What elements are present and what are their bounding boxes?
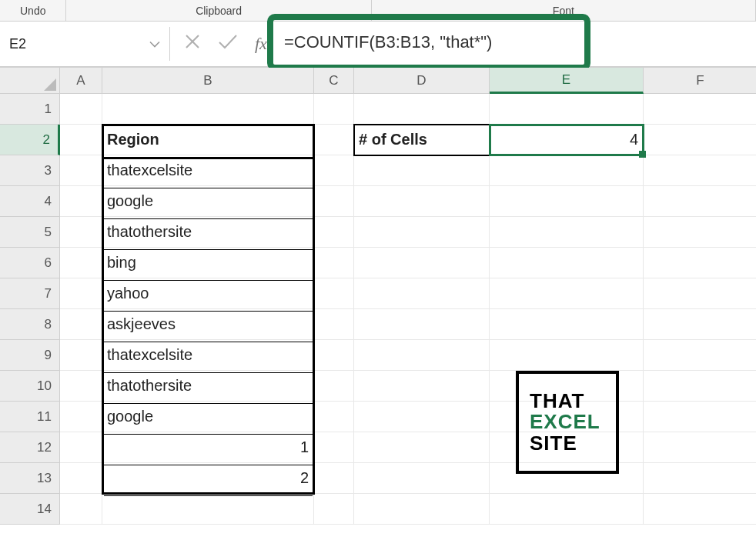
cell-B3[interactable]: thatexcelsite bbox=[102, 155, 314, 186]
row-header-5[interactable]: 5 bbox=[0, 217, 60, 248]
row-header-4[interactable]: 4 bbox=[0, 186, 60, 217]
cell-D14[interactable] bbox=[354, 494, 490, 525]
cell-F3[interactable] bbox=[644, 155, 756, 186]
column-header-E[interactable]: E bbox=[490, 68, 644, 94]
cell-D2[interactable]: # of Cells bbox=[354, 125, 490, 155]
row-header-10[interactable]: 10 bbox=[0, 371, 60, 402]
cell-D4[interactable] bbox=[354, 186, 490, 217]
cell-C13[interactable] bbox=[314, 463, 354, 494]
cell-A4[interactable] bbox=[60, 186, 102, 217]
column-header-C[interactable]: C bbox=[314, 68, 354, 94]
cell-C6[interactable] bbox=[314, 248, 354, 278]
cell-B9[interactable]: thatexcelsite bbox=[102, 340, 314, 371]
cell-E2[interactable]: 4 bbox=[490, 125, 644, 155]
cell-E7[interactable] bbox=[490, 278, 644, 309]
cell-F8[interactable] bbox=[644, 309, 756, 340]
cell-A2[interactable] bbox=[60, 125, 102, 155]
cell-F6[interactable] bbox=[644, 248, 756, 278]
cell-C12[interactable] bbox=[314, 432, 354, 463]
cell-C11[interactable] bbox=[314, 402, 354, 432]
cell-F5[interactable] bbox=[644, 217, 756, 248]
cell-E5[interactable] bbox=[490, 217, 644, 248]
cell-D11[interactable] bbox=[354, 402, 490, 432]
cell-D9[interactable] bbox=[354, 340, 490, 371]
cell-A1[interactable] bbox=[60, 94, 102, 125]
cell-C2[interactable] bbox=[314, 125, 354, 155]
cell-D3[interactable] bbox=[354, 155, 490, 186]
name-box-dropdown-icon[interactable] bbox=[149, 36, 160, 52]
cell-D7[interactable] bbox=[354, 278, 490, 309]
cell-E6[interactable] bbox=[490, 248, 644, 278]
cell-A5[interactable] bbox=[60, 217, 102, 248]
select-all-corner[interactable] bbox=[0, 68, 60, 94]
cell-E14[interactable] bbox=[490, 494, 644, 525]
column-header-F[interactable]: F bbox=[644, 68, 756, 94]
cell-D8[interactable] bbox=[354, 309, 490, 340]
row-header-13[interactable]: 13 bbox=[0, 463, 60, 494]
cell-F7[interactable] bbox=[644, 278, 756, 309]
cell-A13[interactable] bbox=[60, 463, 102, 494]
cell-A9[interactable] bbox=[60, 340, 102, 371]
cell-C8[interactable] bbox=[314, 309, 354, 340]
cell-A6[interactable] bbox=[60, 248, 102, 278]
enter-icon[interactable] bbox=[218, 33, 238, 55]
cell-A12[interactable] bbox=[60, 432, 102, 463]
row-header-14[interactable]: 14 bbox=[0, 494, 60, 525]
cell-B13[interactable]: 2 bbox=[102, 463, 314, 494]
cell-F9[interactable] bbox=[644, 340, 756, 371]
column-header-D[interactable]: D bbox=[354, 68, 490, 94]
cell-B14[interactable] bbox=[102, 494, 314, 525]
tab-undo[interactable]: Undo bbox=[0, 0, 66, 21]
cell-A8[interactable] bbox=[60, 309, 102, 340]
row-header-9[interactable]: 9 bbox=[0, 340, 60, 371]
cell-B11[interactable]: google bbox=[102, 402, 314, 432]
cell-A3[interactable] bbox=[60, 155, 102, 186]
row-header-1[interactable]: 1 bbox=[0, 94, 60, 125]
cell-D10[interactable] bbox=[354, 371, 490, 402]
cell-A14[interactable] bbox=[60, 494, 102, 525]
column-header-A[interactable]: A bbox=[60, 68, 102, 94]
cell-B6[interactable]: bing bbox=[102, 248, 314, 278]
cell-A10[interactable] bbox=[60, 371, 102, 402]
cell-A11[interactable] bbox=[60, 402, 102, 432]
cell-C1[interactable] bbox=[314, 94, 354, 125]
cell-C9[interactable] bbox=[314, 340, 354, 371]
row-header-12[interactable]: 12 bbox=[0, 432, 60, 463]
cell-C7[interactable] bbox=[314, 278, 354, 309]
cell-B1[interactable] bbox=[102, 94, 314, 125]
row-header-7[interactable]: 7 bbox=[0, 278, 60, 309]
name-box[interactable]: E2 bbox=[3, 31, 165, 57]
cell-D5[interactable] bbox=[354, 217, 490, 248]
cell-E4[interactable] bbox=[490, 186, 644, 217]
cell-E9[interactable] bbox=[490, 340, 644, 371]
cell-E3[interactable] bbox=[490, 155, 644, 186]
cell-F10[interactable] bbox=[644, 371, 756, 402]
cell-F1[interactable] bbox=[644, 94, 756, 125]
cell-E8[interactable] bbox=[490, 309, 644, 340]
cell-D13[interactable] bbox=[354, 463, 490, 494]
row-header-11[interactable]: 11 bbox=[0, 402, 60, 432]
row-header-3[interactable]: 3 bbox=[0, 155, 60, 186]
fx-icon[interactable]: fx bbox=[255, 34, 267, 54]
cell-F14[interactable] bbox=[644, 494, 756, 525]
cell-F4[interactable] bbox=[644, 186, 756, 217]
cancel-icon[interactable] bbox=[184, 33, 201, 55]
cell-A7[interactable] bbox=[60, 278, 102, 309]
cell-B4[interactable]: google bbox=[102, 186, 314, 217]
cell-C14[interactable] bbox=[314, 494, 354, 525]
cell-F2[interactable] bbox=[644, 125, 756, 155]
cell-D6[interactable] bbox=[354, 248, 490, 278]
cell-F13[interactable] bbox=[644, 463, 756, 494]
column-header-B[interactable]: B bbox=[102, 68, 314, 94]
formula-input[interactable]: =COUNTIF(B3:B13, "that*") bbox=[267, 14, 590, 71]
cell-F11[interactable] bbox=[644, 402, 756, 432]
cell-C3[interactable] bbox=[314, 155, 354, 186]
cell-C10[interactable] bbox=[314, 371, 354, 402]
cell-B5[interactable]: thatothersite bbox=[102, 217, 314, 248]
cell-B2[interactable]: Region bbox=[102, 125, 314, 155]
cell-C4[interactable] bbox=[314, 186, 354, 217]
row-header-2[interactable]: 2 bbox=[0, 125, 60, 155]
cell-D12[interactable] bbox=[354, 432, 490, 463]
cell-B8[interactable]: askjeeves bbox=[102, 309, 314, 340]
cell-E1[interactable] bbox=[490, 94, 644, 125]
